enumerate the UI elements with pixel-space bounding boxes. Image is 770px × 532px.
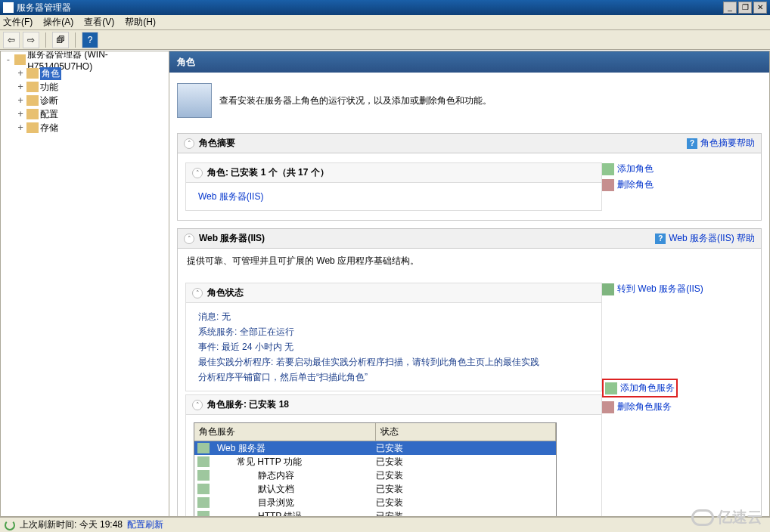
help-text: Web 服务器(IIS) 帮助 [669, 232, 755, 245]
menu-view[interactable]: 查看(V) [84, 16, 114, 29]
iis-role-link[interactable]: Web 服务器(IIS) [198, 191, 263, 202]
subsection-header[interactable]: ˄ 角色状态 [186, 283, 601, 303]
menu-file[interactable]: 文件(F) [3, 16, 33, 29]
service-icon [197, 484, 210, 494]
section-header[interactable]: ˄ 角色摘要 ? 角色摘要帮助 [178, 134, 761, 153]
service-icon [197, 443, 210, 453]
status-messages: 消息: 无 [198, 309, 589, 324]
expander-icon[interactable]: + [16, 95, 25, 106]
iis-help-link[interactable]: ? Web 服务器(IIS) 帮助 [655, 232, 755, 245]
forward-button[interactable]: ⇨ [23, 32, 39, 48]
service-state: 已安装 [376, 496, 556, 509]
expander-icon[interactable]: + [16, 82, 25, 92]
status-title: 角色状态 [207, 286, 244, 299]
collapse-icon[interactable]: ˄ [184, 234, 194, 244]
roles-summary-section: ˄ 角色摘要 ? 角色摘要帮助 ˄ 角色: 已安装 1 个（共 17 个） W [177, 133, 762, 221]
roles-summary-help-link[interactable]: ? 角色摘要帮助 [687, 137, 755, 150]
link-label: 添加角色服务 [620, 382, 675, 394]
role-status-subsection: ˄ 角色状态 消息: 无 系统服务: 全部正在运行 事件: 最近 24 小时内 … [185, 283, 602, 391]
help-text: 角色摘要帮助 [700, 137, 755, 150]
tree-label: 诊断 [40, 94, 58, 107]
service-state: 已安装 [376, 469, 556, 482]
separator [45, 32, 46, 48]
tree-label: 配置 [40, 108, 58, 121]
service-state: 已安装 [376, 483, 556, 496]
expander-icon[interactable]: + [16, 109, 25, 119]
add-icon [605, 382, 617, 394]
storage-icon [26, 122, 39, 133]
config-icon [26, 109, 39, 119]
minimize-button[interactable]: _ [723, 2, 737, 14]
statusbar: 上次刷新时间: 今天 19:48 配置刷新 [0, 517, 770, 532]
link-label: 转到 Web 服务器(IIS) [617, 283, 703, 295]
remove-icon [602, 179, 614, 191]
back-button[interactable]: ⇦ [3, 32, 20, 48]
section-header[interactable]: ˄ Web 服务器(IIS) ? Web 服务器(IIS) 帮助 [178, 229, 761, 249]
tree-item-diagnostics[interactable]: + 诊断 [1, 94, 169, 107]
menu-action[interactable]: 操作(A) [43, 16, 73, 29]
table-row[interactable]: Web 服务器已安装 [194, 441, 556, 455]
iis-description: 提供可靠、可管理并且可扩展的 Web 应用程序基础结构。 [178, 249, 761, 274]
features-icon [26, 82, 39, 92]
service-icon [197, 456, 210, 467]
add-icon [602, 163, 614, 175]
link-label: 删除角色服务 [617, 401, 672, 413]
tree-item-storage[interactable]: + 存储 [1, 121, 169, 135]
roles-count: 角色: 已安装 1 个（共 17 个） [207, 166, 329, 179]
service-state: 已安装 [376, 442, 556, 455]
remove-icon [602, 401, 614, 413]
table-row[interactable]: HTTP 错误已安装 [194, 509, 556, 517]
help-button[interactable]: ? [82, 32, 98, 48]
tree-label: 存储 [40, 122, 58, 135]
collapse-icon[interactable]: ˄ [192, 168, 203, 178]
expander-icon[interactable]: + [16, 122, 25, 133]
service-state: 已安装 [376, 456, 556, 469]
table-row[interactable]: 默认文档已安装 [194, 482, 556, 496]
toolbar: ⇦ ⇨ 🗊 ? [0, 30, 770, 50]
expander-icon[interactable]: - [4, 54, 13, 65]
table-header: 角色服务 状态 [194, 423, 556, 441]
link-label: 删除角色 [617, 178, 654, 191]
service-name: 目录浏览 [213, 496, 376, 509]
content-header: 角色 [169, 51, 769, 73]
tree-panel: - 服务器管理器 (WIN-H751405U7HO) + 角色 + 功能 + 诊… [0, 51, 169, 517]
properties-button[interactable]: 🗊 [52, 32, 69, 48]
help-icon: ? [655, 234, 666, 244]
tree-item-config[interactable]: + 配置 [1, 107, 169, 121]
menu-help[interactable]: 帮助(H) [125, 16, 156, 29]
service-icon [197, 497, 210, 508]
subsection-header[interactable]: ˄ 角色: 已安装 1 个（共 17 个） [186, 163, 601, 183]
main-area: - 服务器管理器 (WIN-H751405U7HO) + 角色 + 功能 + 诊… [0, 50, 770, 517]
service-icon [197, 470, 210, 481]
table-row[interactable]: 目录浏览已安装 [194, 496, 556, 509]
goto-icon [602, 283, 614, 295]
collapse-icon[interactable]: ˄ [192, 288, 203, 298]
subsection-header[interactable]: ˄ 角色服务: 已安装 18 [186, 395, 601, 415]
table-row[interactable]: 静态内容已安装 [194, 469, 556, 482]
add-role-link[interactable]: 添加角色 [602, 162, 753, 175]
section-title: 角色摘要 [199, 137, 235, 150]
role-services-subsection: ˄ 角色服务: 已安装 18 角色服务 状态 Web 服务器已安装常见 HTTP… [185, 394, 602, 517]
maximize-button[interactable]: ❐ [738, 2, 752, 14]
tree-label: 角色 [40, 67, 61, 80]
installed-roles-subsection: ˄ 角色: 已安装 1 个（共 17 个） Web 服务器(IIS) [185, 162, 602, 211]
expander-icon[interactable]: + [16, 68, 25, 79]
collapse-icon[interactable]: ˄ [192, 400, 203, 410]
service-name: Web 服务器 [213, 442, 376, 455]
goto-iis-link[interactable]: 转到 Web 服务器(IIS) [602, 283, 753, 295]
tree-item-features[interactable]: + 功能 [1, 80, 169, 94]
tree-root[interactable]: - 服务器管理器 (WIN-H751405U7HO) [1, 53, 169, 66]
remove-role-service-link[interactable]: 删除角色服务 [602, 401, 753, 413]
collapse-icon[interactable]: ˄ [184, 138, 194, 149]
menubar: 文件(F) 操作(A) 查看(V) 帮助(H) [0, 15, 770, 30]
col-name[interactable]: 角色服务 [194, 423, 376, 441]
svc-title: 角色服务: 已安装 18 [207, 398, 289, 411]
remove-role-link[interactable]: 删除角色 [602, 178, 753, 191]
close-button[interactable]: ✕ [753, 2, 767, 14]
roles-icon [26, 68, 39, 79]
table-row[interactable]: 常见 HTTP 功能已安装 [194, 455, 556, 469]
col-state[interactable]: 状态 [376, 423, 556, 441]
configure-refresh-link[interactable]: 配置刷新 [127, 518, 163, 531]
titlebar: 服务器管理器 _ ❐ ✕ [0, 0, 770, 15]
add-role-service-link[interactable]: 添加角色服务 [605, 382, 675, 394]
